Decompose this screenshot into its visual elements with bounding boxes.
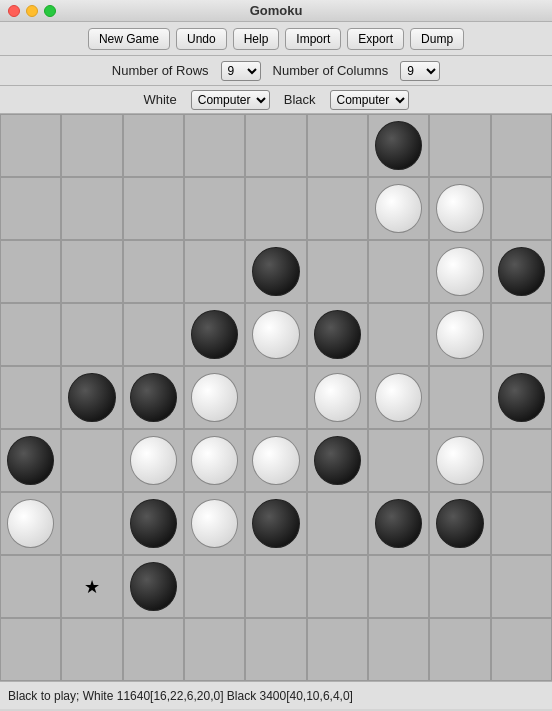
board-cell[interactable] xyxy=(429,240,490,303)
white-label: White xyxy=(143,92,176,107)
board-cell[interactable] xyxy=(0,240,61,303)
maximize-button[interactable] xyxy=(44,5,56,17)
board-cell[interactable] xyxy=(61,429,122,492)
close-button[interactable] xyxy=(8,5,20,17)
board-cell[interactable] xyxy=(61,366,122,429)
game-board: ★ xyxy=(0,114,552,681)
rows-select[interactable]: 9 13 15 19 xyxy=(221,61,261,81)
board-cell[interactable] xyxy=(184,303,245,366)
board-cell[interactable] xyxy=(184,429,245,492)
board-cell[interactable]: ★ xyxy=(61,555,122,618)
board-cell[interactable] xyxy=(61,492,122,555)
board-cell[interactable] xyxy=(61,240,122,303)
board-cell[interactable] xyxy=(368,366,429,429)
window-controls[interactable] xyxy=(8,5,56,17)
undo-button[interactable]: Undo xyxy=(176,28,227,50)
board-cell[interactable] xyxy=(491,366,552,429)
board-cell[interactable] xyxy=(123,366,184,429)
board-cell[interactable] xyxy=(429,618,490,681)
board-cell[interactable] xyxy=(61,303,122,366)
board-cell[interactable] xyxy=(491,429,552,492)
board-cell[interactable] xyxy=(307,366,368,429)
board-cell[interactable] xyxy=(0,303,61,366)
board-cell[interactable] xyxy=(307,555,368,618)
board-cell[interactable] xyxy=(184,240,245,303)
board-cell[interactable] xyxy=(429,555,490,618)
board-cell[interactable] xyxy=(245,240,306,303)
board-cell[interactable] xyxy=(245,618,306,681)
board-cell[interactable] xyxy=(0,555,61,618)
board-cell[interactable] xyxy=(429,114,490,177)
board-cell[interactable] xyxy=(491,555,552,618)
board-cell[interactable] xyxy=(491,492,552,555)
board-cell[interactable] xyxy=(61,177,122,240)
board-cell[interactable] xyxy=(123,177,184,240)
board-cell[interactable] xyxy=(368,429,429,492)
board-cell[interactable] xyxy=(491,114,552,177)
board-cell[interactable] xyxy=(123,429,184,492)
board-cell[interactable] xyxy=(307,240,368,303)
board-cell[interactable] xyxy=(0,177,61,240)
board-cell[interactable] xyxy=(184,618,245,681)
board-cell[interactable] xyxy=(61,114,122,177)
board-cell[interactable] xyxy=(184,177,245,240)
board-cell[interactable] xyxy=(491,177,552,240)
settings-row: Number of Rows 9 13 15 19 Number of Colu… xyxy=(0,56,552,86)
board-cell[interactable] xyxy=(123,555,184,618)
board-cell[interactable] xyxy=(307,114,368,177)
board-cell[interactable] xyxy=(245,429,306,492)
board-cell[interactable] xyxy=(184,366,245,429)
board-cell[interactable] xyxy=(429,366,490,429)
board-cell[interactable] xyxy=(307,429,368,492)
status-text: Black to play; White 11640[16,22,6,20,0]… xyxy=(8,689,353,703)
white-select[interactable]: Computer Human xyxy=(191,90,270,110)
board-cell[interactable] xyxy=(184,555,245,618)
help-button[interactable]: Help xyxy=(233,28,280,50)
board-cell[interactable] xyxy=(429,177,490,240)
star-marker: ★ xyxy=(84,578,100,596)
import-button[interactable]: Import xyxy=(285,28,341,50)
board-cell[interactable] xyxy=(491,618,552,681)
board-cell[interactable] xyxy=(429,303,490,366)
export-button[interactable]: Export xyxy=(347,28,404,50)
board-cell[interactable] xyxy=(184,492,245,555)
new-game-button[interactable]: New Game xyxy=(88,28,170,50)
board-cell[interactable] xyxy=(307,492,368,555)
board-cell[interactable] xyxy=(245,177,306,240)
minimize-button[interactable] xyxy=(26,5,38,17)
board-cell[interactable] xyxy=(368,240,429,303)
board-cell[interactable] xyxy=(0,492,61,555)
board-cell[interactable] xyxy=(368,492,429,555)
board-cell[interactable] xyxy=(0,618,61,681)
board-cell[interactable] xyxy=(368,303,429,366)
board-cell[interactable] xyxy=(245,114,306,177)
board-cell[interactable] xyxy=(245,555,306,618)
board-cell[interactable] xyxy=(0,429,61,492)
board-cell[interactable] xyxy=(307,177,368,240)
board-cell[interactable] xyxy=(491,303,552,366)
board-cell[interactable] xyxy=(245,492,306,555)
board-cell[interactable] xyxy=(245,366,306,429)
board-cell[interactable] xyxy=(429,429,490,492)
dump-button[interactable]: Dump xyxy=(410,28,464,50)
board-cell[interactable] xyxy=(123,303,184,366)
board-cell[interactable] xyxy=(0,366,61,429)
board-cell[interactable] xyxy=(184,114,245,177)
board-cell[interactable] xyxy=(245,303,306,366)
board-cell[interactable] xyxy=(307,618,368,681)
board-cell[interactable] xyxy=(123,618,184,681)
board-cell[interactable] xyxy=(491,240,552,303)
board-cell[interactable] xyxy=(61,618,122,681)
board-cell[interactable] xyxy=(429,492,490,555)
board-cell[interactable] xyxy=(368,618,429,681)
board-cell[interactable] xyxy=(0,114,61,177)
board-cell[interactable] xyxy=(307,303,368,366)
board-cell[interactable] xyxy=(123,492,184,555)
cols-select[interactable]: 9 13 15 19 xyxy=(400,61,440,81)
board-cell[interactable] xyxy=(123,114,184,177)
board-cell[interactable] xyxy=(368,177,429,240)
black-select[interactable]: Computer Human xyxy=(330,90,409,110)
board-cell[interactable] xyxy=(368,114,429,177)
board-cell[interactable] xyxy=(123,240,184,303)
board-cell[interactable] xyxy=(368,555,429,618)
